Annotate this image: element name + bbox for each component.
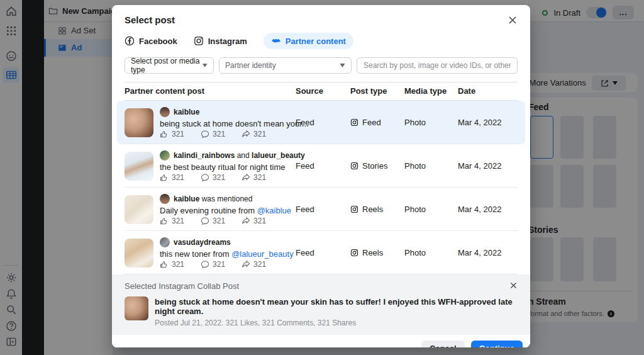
date-cell: Mar 4, 2022 (458, 205, 518, 214)
media-type-cell: Photo (404, 248, 458, 257)
close-icon (509, 281, 518, 290)
chevron-down-icon (203, 64, 208, 67)
post-table: kaiblue being stuck at home doesn't mean… (112, 101, 530, 274)
post-caption: the best beauty ritual for night time (160, 162, 296, 172)
avatar (160, 237, 170, 247)
media-type-cell: Photo (404, 161, 458, 171)
date-cell: Mar 4, 2022 (458, 118, 518, 127)
date-cell: Mar 4, 2022 (458, 248, 518, 257)
source-cell: Feed (296, 205, 350, 214)
engagement-stats: 321 321 321 (160, 260, 294, 269)
comments-count: 321 (213, 173, 225, 182)
post-type-cell: Stories (350, 161, 404, 171)
mention-link[interactable]: @lalueur_beauty (231, 249, 293, 259)
author-name: kalindi_rainbows (174, 151, 235, 160)
handshake-icon (271, 36, 281, 46)
continue-button[interactable]: Continue (471, 341, 523, 347)
share-icon (242, 217, 250, 225)
comment-icon (201, 217, 209, 225)
date-cell: Mar 4, 2022 (458, 161, 518, 171)
mention-link[interactable]: @kaiblue (257, 206, 291, 215)
source-cell: Feed (296, 161, 350, 171)
post-caption: this new toner from @lalueur_beauty (160, 249, 294, 259)
likes-count: 321 (172, 130, 184, 138)
media-type-cell: Photo (404, 205, 458, 214)
selected-post-thumbnail (125, 296, 148, 320)
comment-icon (201, 260, 209, 269)
post-type-cell: Reels (350, 205, 404, 214)
partner-identity-value: Partner identity (225, 61, 276, 70)
select-post-dialog: Select post Facebook Instagram Partner c… (112, 5, 530, 347)
avatar (160, 150, 170, 161)
partner-identity-dropdown[interactable]: Partner identity (219, 57, 352, 74)
table-row[interactable]: vasudaydreams this new toner from @lalue… (117, 231, 525, 274)
engagement-stats: 321 321 321 (160, 173, 296, 182)
selected-post-section: Selected Instagram Collab Post being stu… (112, 274, 530, 335)
likes-count: 321 (172, 173, 184, 182)
facebook-icon (125, 36, 135, 46)
col-date: Date (458, 86, 518, 96)
post-caption: being stuck at home doesn't mean your... (160, 119, 296, 128)
dialog-close-button[interactable] (508, 15, 518, 25)
table-row[interactable]: kaiblue being stuck at home doesn't mean… (117, 101, 525, 144)
chevron-down-icon (340, 64, 345, 67)
post-thumbnail (125, 239, 153, 268)
likes-count: 321 (172, 217, 184, 225)
source-cell: Feed (296, 118, 350, 127)
comments-count: 321 (213, 260, 225, 269)
post-thumbnail (125, 152, 153, 181)
table-row[interactable]: kaiblue was mentioned Daily evening rout… (117, 188, 525, 231)
engagement-stats: 321 321 321 (160, 217, 291, 225)
tab-instagram[interactable]: Instagram (194, 36, 247, 46)
comment-icon (201, 130, 209, 138)
shares-count: 321 (253, 173, 266, 182)
close-icon (508, 15, 518, 25)
post-search-input[interactable] (357, 57, 518, 74)
selected-post-meta: Posted Jul 21, 2022. 321 Likes, 321 Comm… (155, 318, 518, 327)
avatar (160, 194, 170, 204)
col-partner-content-post: Partner content post (125, 86, 296, 96)
like-icon (160, 130, 169, 138)
like-icon (160, 260, 169, 269)
comments-count: 321 (213, 217, 225, 225)
author-name: vasudaydreams (174, 238, 231, 247)
like-icon (160, 217, 169, 225)
author-name: kaiblue (174, 194, 199, 203)
instagram-icon (350, 205, 358, 213)
instagram-icon (350, 249, 358, 257)
post-caption: Daily evening routine from @kaiblue (160, 206, 291, 215)
col-media-type: Media type (404, 86, 458, 96)
media-type-cell: Photo (404, 118, 458, 127)
like-icon (160, 173, 169, 182)
author-name: kaiblue (174, 108, 199, 116)
cancel-button[interactable]: Cancel (421, 341, 465, 347)
instagram-icon (350, 118, 358, 127)
source-tabs: Facebook Instagram Partner content (112, 30, 530, 57)
table-header: Partner content post Source Post type Me… (125, 82, 518, 101)
tab-facebook-label: Facebook (139, 37, 177, 46)
col-post-type: Post type (350, 86, 404, 96)
shares-count: 321 (253, 260, 266, 269)
post-type-cell: Reels (350, 248, 404, 257)
shares-count: 321 (253, 217, 266, 225)
dialog-title: Select post (125, 14, 175, 25)
deselect-post-button[interactable] (509, 281, 518, 290)
likes-count: 321 (172, 260, 184, 269)
post-media-type-dropdown[interactable]: Select post or media type (125, 57, 214, 74)
share-icon (242, 130, 250, 138)
post-media-type-value: Select post or media type (131, 57, 203, 74)
tab-instagram-label: Instagram (208, 37, 247, 46)
instagram-icon (350, 162, 358, 170)
avatar (160, 107, 170, 117)
selected-post-title: Selected Instagram Collab Post (125, 281, 239, 291)
col-source: Source (296, 86, 350, 96)
engagement-stats: 321 321 321 (160, 130, 296, 138)
source-cell: Feed (296, 248, 350, 257)
post-type-cell: Feed (350, 118, 404, 127)
tab-facebook[interactable]: Facebook (125, 36, 177, 46)
tab-partner-content[interactable]: Partner content (264, 33, 353, 49)
tab-partner-content-label: Partner content (286, 37, 346, 46)
table-row[interactable]: kalindi_rainbows and lalueur_beauty the … (117, 144, 525, 188)
post-thumbnail (125, 108, 153, 137)
comments-count: 321 (213, 130, 225, 138)
